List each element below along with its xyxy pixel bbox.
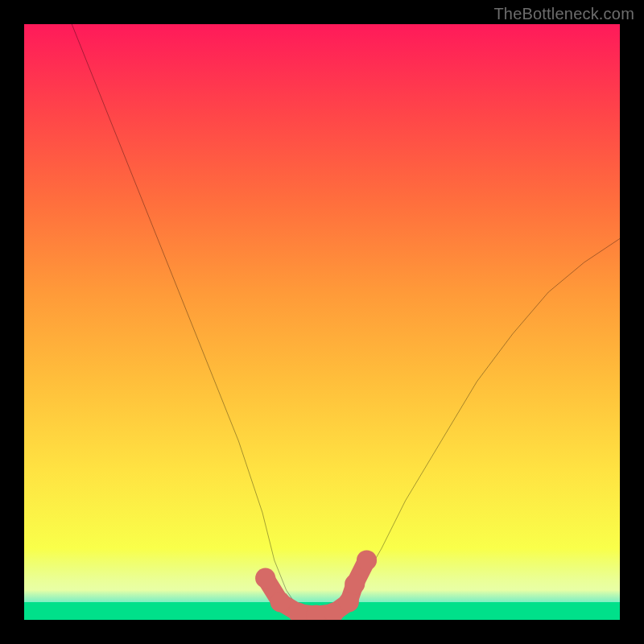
highlight-dot bbox=[339, 592, 359, 612]
highlight-dot bbox=[345, 574, 365, 594]
bottleneck-curve bbox=[72, 24, 620, 617]
curve-layer bbox=[24, 24, 620, 620]
watermark-text: TheBottleneck.com bbox=[493, 5, 634, 23]
plot-area bbox=[24, 24, 620, 620]
highlight-markers bbox=[255, 550, 377, 620]
highlight-dot bbox=[357, 550, 377, 570]
highlight-dot bbox=[255, 568, 275, 588]
chart-frame: TheBottleneck.com bbox=[0, 0, 644, 644]
highlight-dot bbox=[270, 592, 291, 612]
